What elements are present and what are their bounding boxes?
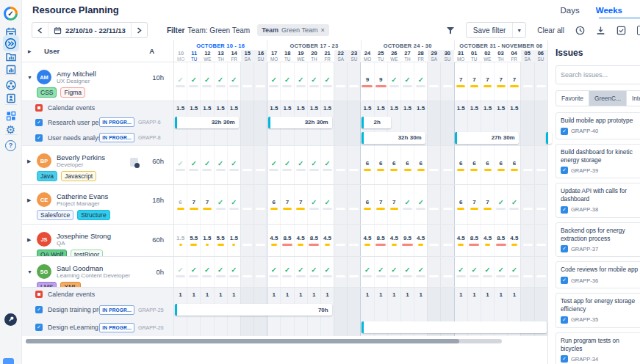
booking-bar[interactable]: 32h 30m — [175, 117, 239, 128]
day-cell[interactable]: 7 — [280, 185, 293, 224]
day-cell[interactable] — [280, 130, 293, 145]
day-cell[interactable] — [440, 257, 453, 287]
day-cell[interactable]: 7 — [374, 185, 387, 224]
day-cell[interactable]: 1.5 — [454, 101, 467, 114]
booking-bar[interactable]: 70h — [175, 304, 332, 316]
day-cell[interactable]: ✓ — [414, 257, 427, 287]
day-cell[interactable]: 1.5 — [360, 101, 373, 114]
day-header-cell[interactable]: 15SA — [241, 50, 254, 62]
day-cell[interactable] — [494, 301, 507, 318]
day-cell[interactable] — [387, 301, 400, 318]
day-cell[interactable]: 7 — [467, 62, 481, 101]
day-cell[interactable]: 6 — [360, 185, 373, 224]
day-cell[interactable] — [174, 318, 187, 336]
day-cell[interactable]: 1 — [227, 288, 240, 301]
day-cell[interactable] — [427, 130, 440, 145]
day-cell[interactable]: ✓ — [414, 62, 427, 101]
day-cell[interactable]: 1 — [494, 288, 507, 301]
day-cell[interactable]: 6 — [414, 146, 427, 184]
day-cell[interactable] — [414, 301, 427, 318]
day-cell[interactable] — [334, 185, 347, 224]
day-cell[interactable]: 6 — [481, 146, 494, 184]
day-cell[interactable] — [294, 318, 307, 336]
day-cell[interactable]: ✓ — [174, 146, 187, 184]
day-cell[interactable]: 1.5 — [187, 101, 200, 114]
day-cell[interactable] — [240, 62, 254, 101]
day-cell[interactable]: ✓ — [454, 257, 467, 287]
day-cell[interactable] — [427, 114, 440, 130]
day-cell[interactable] — [320, 130, 334, 145]
day-header-cell[interactable]: 16SU — [254, 50, 267, 62]
issue-card[interactable]: Update API with calls for dashboard✓GRAP… — [555, 183, 640, 218]
day-cell[interactable]: ✓ — [360, 257, 373, 287]
day-cell[interactable]: ✓ — [267, 146, 280, 184]
day-cell[interactable]: 8.5 — [307, 225, 320, 256]
day-cell[interactable] — [494, 114, 507, 130]
day-cell[interactable]: ✓ — [187, 62, 200, 101]
date-range-button[interactable]: 22/10/10 - 22/11/13 — [48, 23, 131, 37]
day-cell[interactable]: 1.5 — [494, 101, 507, 114]
day-cell[interactable] — [440, 130, 453, 145]
chip-remove-icon[interactable]: × — [320, 26, 324, 34]
day-cell[interactable] — [427, 185, 440, 224]
day-cell[interactable]: ✓ — [187, 257, 200, 287]
day-cell[interactable] — [334, 130, 347, 145]
day-header-cell[interactable]: 11TU — [187, 50, 201, 62]
day-cell[interactable]: 7 — [481, 62, 494, 101]
day-cell[interactable] — [334, 146, 347, 184]
day-cell[interactable]: 1.5 — [387, 101, 400, 114]
day-header-cell[interactable]: 30SU — [441, 50, 454, 62]
day-cell[interactable]: 6 — [360, 146, 373, 184]
day-cell[interactable]: 1.5 — [200, 225, 213, 256]
issues-tab-internal[interactable]: Internal — [626, 91, 640, 106]
day-cell[interactable] — [440, 288, 453, 301]
day-cell[interactable] — [320, 318, 334, 336]
day-cell[interactable]: 1 — [454, 288, 467, 301]
day-cell[interactable] — [520, 101, 533, 114]
day-cell[interactable]: 1 — [200, 288, 213, 301]
day-cell[interactable] — [374, 301, 387, 318]
edit-checkbox-icon[interactable] — [616, 26, 626, 35]
day-cell[interactable]: ✓ — [280, 146, 293, 184]
day-cell[interactable]: ✓ — [227, 257, 240, 287]
day-cell[interactable] — [440, 225, 453, 256]
day-cell[interactable]: ✓ — [214, 62, 227, 101]
day-header-cell[interactable]: 26WE — [387, 50, 400, 62]
day-cell[interactable]: 6 — [400, 146, 414, 184]
day-cell[interactable]: 7 — [481, 185, 494, 224]
day-header-cell[interactable]: 13TH — [214, 50, 227, 62]
day-cell[interactable]: ✓ — [187, 146, 200, 184]
day-cell[interactable] — [240, 185, 254, 224]
day-cell[interactable] — [520, 185, 533, 224]
day-cell[interactable]: ✓ — [387, 257, 400, 287]
day-cell[interactable]: 4.5 — [454, 225, 467, 256]
day-cell[interactable] — [347, 146, 360, 184]
day-cell[interactable] — [240, 288, 254, 301]
day-cell[interactable] — [534, 114, 547, 130]
day-cell[interactable] — [334, 301, 347, 318]
day-header-cell[interactable]: 18TU — [281, 50, 294, 62]
booking-bar[interactable]: 27h 30m — [455, 132, 519, 144]
day-header-cell[interactable]: 12WE — [201, 50, 214, 62]
day-cell[interactable] — [534, 225, 547, 256]
day-header-cell[interactable]: 01TU — [467, 50, 481, 62]
day-cell[interactable]: ✓ — [320, 62, 334, 101]
day-cell[interactable]: 6 — [267, 185, 280, 224]
day-cell[interactable] — [334, 318, 347, 336]
day-cell[interactable]: 4.5 — [414, 225, 427, 256]
day-cell[interactable]: ✓ — [227, 62, 240, 101]
day-cell[interactable]: ✓ — [200, 62, 213, 101]
day-cell[interactable] — [440, 146, 453, 184]
day-cell[interactable] — [334, 257, 347, 287]
day-cell[interactable] — [240, 318, 254, 336]
day-cell[interactable] — [227, 130, 240, 145]
day-cell[interactable] — [307, 130, 320, 145]
day-cell[interactable] — [400, 301, 414, 318]
day-cell[interactable]: ✓ — [320, 257, 334, 287]
pin-icon[interactable] — [3, 311, 19, 327]
day-cell[interactable] — [334, 225, 347, 256]
day-cell[interactable]: 9 — [360, 62, 373, 101]
day-cell[interactable]: ✓ — [294, 146, 307, 184]
prev-period-button[interactable] — [32, 23, 48, 37]
day-cell[interactable] — [254, 130, 267, 145]
